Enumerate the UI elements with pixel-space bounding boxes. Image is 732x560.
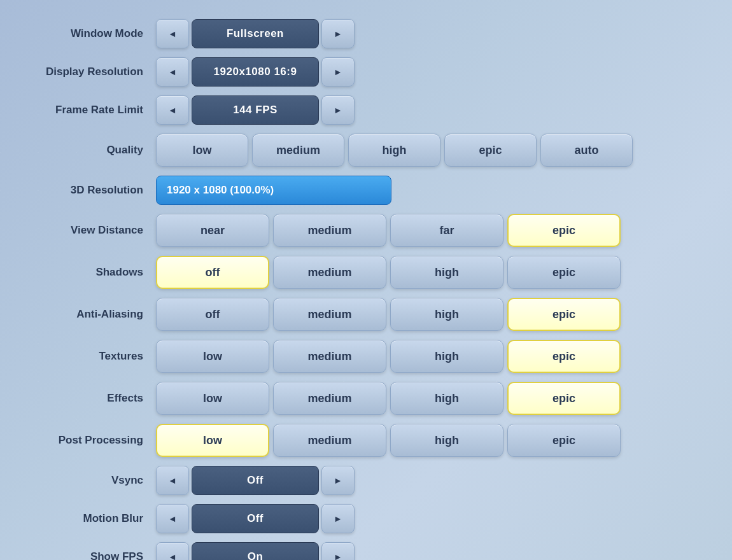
settings-panel: Window Mode ◄ Fullscreen ► Display Resol… [0, 0, 732, 560]
textures-high-btn[interactable]: high [390, 340, 503, 373]
display-resolution-left-arrow[interactable]: ◄ [156, 57, 189, 87]
effects-epic-btn[interactable]: epic [507, 382, 621, 415]
quality-low-btn[interactable]: low [156, 134, 248, 167]
effects-medium-btn[interactable]: medium [273, 382, 386, 415]
vsync-value: Off [192, 466, 319, 495]
vsync-right-arrow[interactable]: ► [321, 466, 355, 495]
post-processing-high-btn[interactable]: high [390, 424, 503, 457]
frame-rate-value: 144 FPS [192, 95, 319, 125]
display-resolution-value: 1920x1080 16:9 [192, 57, 319, 87]
view-distance-label: View Distance [38, 224, 156, 237]
vsync-label: Vsync [38, 474, 156, 487]
view-distance-row: View Distance near medium far epic [38, 214, 694, 247]
motion-blur-row: Motion Blur ◄ Off ► [38, 504, 694, 533]
shadows-off-btn[interactable]: off [156, 256, 269, 289]
shadows-row: Shadows off medium high epic [38, 256, 694, 289]
show-fps-control: ◄ On ► [156, 542, 355, 560]
anti-aliasing-medium-btn[interactable]: medium [273, 298, 386, 331]
shadows-high-btn[interactable]: high [390, 256, 503, 289]
frame-rate-right-arrow[interactable]: ► [321, 95, 355, 125]
resolution-3d-row: 3D Resolution 1920 x 1080 (100.0%) [38, 176, 694, 205]
quality-high-btn[interactable]: high [348, 134, 440, 167]
vsync-control: ◄ Off ► [156, 466, 355, 495]
view-distance-epic-btn[interactable]: epic [507, 214, 621, 247]
vsync-left-arrow[interactable]: ◄ [156, 466, 189, 495]
show-fps-value: On [192, 542, 319, 560]
post-processing-label: Post Processing [38, 434, 156, 447]
show-fps-label: Show FPS [38, 550, 156, 560]
quality-auto-btn[interactable]: auto [540, 134, 633, 167]
textures-epic-btn[interactable]: epic [507, 340, 621, 373]
shadows-label: Shadows [38, 266, 156, 279]
frame-rate-left-arrow[interactable]: ◄ [156, 95, 189, 125]
effects-row: Effects low medium high epic [38, 382, 694, 415]
quality-row: Quality low medium high epic auto [38, 134, 694, 167]
resolution-3d-label: 3D Resolution [38, 184, 156, 197]
display-resolution-row: Display Resolution ◄ 1920x1080 16:9 ► [38, 57, 694, 87]
anti-aliasing-off-btn[interactable]: off [156, 298, 269, 331]
window-mode-right-arrow[interactable]: ► [321, 19, 355, 48]
post-processing-low-btn[interactable]: low [156, 424, 269, 457]
post-processing-row: Post Processing low medium high epic [38, 424, 694, 457]
shadows-epic-btn[interactable]: epic [507, 256, 621, 289]
resolution-3d-value[interactable]: 1920 x 1080 (100.0%) [156, 176, 391, 205]
motion-blur-value: Off [192, 504, 319, 533]
show-fps-left-arrow[interactable]: ◄ [156, 542, 189, 560]
show-fps-row: Show FPS ◄ On ► [38, 542, 694, 560]
textures-row: Textures low medium high epic [38, 340, 694, 373]
view-distance-near-btn[interactable]: near [156, 214, 269, 247]
quality-label: Quality [38, 144, 156, 157]
window-mode-value: Fullscreen [192, 19, 319, 48]
window-mode-row: Window Mode ◄ Fullscreen ► [38, 19, 694, 48]
quality-medium-btn[interactable]: medium [252, 134, 344, 167]
show-fps-right-arrow[interactable]: ► [321, 542, 355, 560]
effects-high-btn[interactable]: high [390, 382, 503, 415]
anti-aliasing-row: Anti-Aliasing off medium high epic [38, 298, 694, 331]
quality-options: low medium high epic auto [156, 134, 633, 167]
motion-blur-control: ◄ Off ► [156, 504, 355, 533]
view-distance-options: near medium far epic [156, 214, 621, 247]
anti-aliasing-label: Anti-Aliasing [38, 308, 156, 321]
vsync-row: Vsync ◄ Off ► [38, 466, 694, 495]
view-distance-far-btn[interactable]: far [390, 214, 503, 247]
post-processing-epic-btn[interactable]: epic [507, 424, 621, 457]
post-processing-options: low medium high epic [156, 424, 621, 457]
textures-medium-btn[interactable]: medium [273, 340, 386, 373]
motion-blur-left-arrow[interactable]: ◄ [156, 504, 189, 533]
frame-rate-row: Frame Rate Limit ◄ 144 FPS ► [38, 95, 694, 125]
effects-options: low medium high epic [156, 382, 621, 415]
quality-epic-btn[interactable]: epic [444, 134, 537, 167]
anti-aliasing-high-btn[interactable]: high [390, 298, 503, 331]
shadows-options: off medium high epic [156, 256, 621, 289]
textures-options: low medium high epic [156, 340, 621, 373]
anti-aliasing-epic-btn[interactable]: epic [507, 298, 621, 331]
frame-rate-label: Frame Rate Limit [38, 104, 156, 116]
post-processing-medium-btn[interactable]: medium [273, 424, 386, 457]
display-resolution-right-arrow[interactable]: ► [321, 57, 355, 87]
textures-label: Textures [38, 350, 156, 363]
motion-blur-right-arrow[interactable]: ► [321, 504, 355, 533]
window-mode-control: ◄ Fullscreen ► [156, 19, 355, 48]
effects-low-btn[interactable]: low [156, 382, 269, 415]
window-mode-label: Window Mode [38, 27, 156, 40]
view-distance-medium-btn[interactable]: medium [273, 214, 386, 247]
window-mode-left-arrow[interactable]: ◄ [156, 19, 189, 48]
display-resolution-control: ◄ 1920x1080 16:9 ► [156, 57, 355, 87]
shadows-medium-btn[interactable]: medium [273, 256, 386, 289]
effects-label: Effects [38, 392, 156, 405]
frame-rate-control: ◄ 144 FPS ► [156, 95, 355, 125]
motion-blur-label: Motion Blur [38, 512, 156, 525]
display-resolution-label: Display Resolution [38, 66, 156, 78]
textures-low-btn[interactable]: low [156, 340, 269, 373]
anti-aliasing-options: off medium high epic [156, 298, 621, 331]
